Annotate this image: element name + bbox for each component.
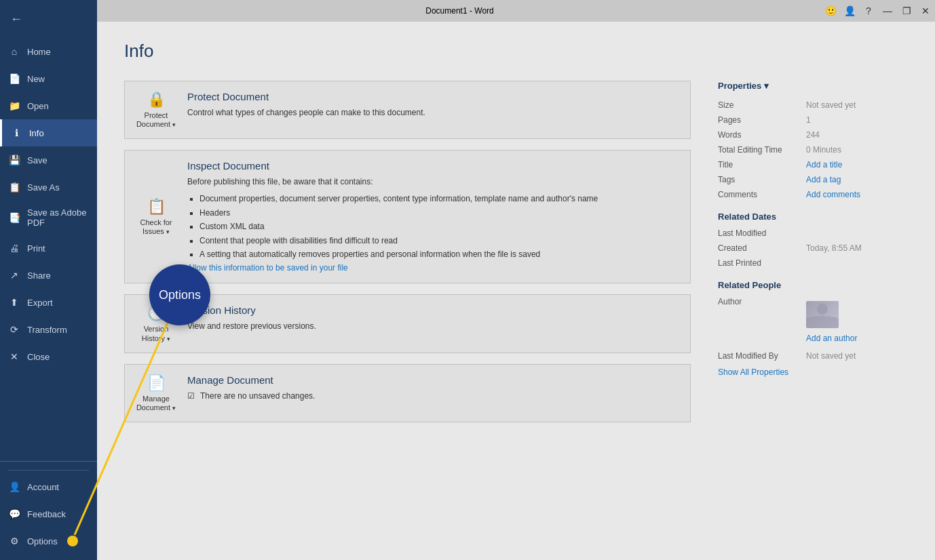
sidebar-item-save-adobe[interactable]: 📑 Save as Adobe PDF [0, 201, 97, 235]
prop-comments: Comments Add comments [718, 190, 908, 199]
sidebar-bottom: 👤 Account 💬 Feedback ⚙ Options [0, 461, 97, 560]
allow-info-link[interactable]: Allow this information to be saved in yo… [187, 263, 348, 273]
inspect-document-content: Inspect Document Before publishing this … [187, 160, 679, 273]
sidebar-item-label: Save as Adobe PDF [27, 207, 89, 228]
transform-icon: ⟳ [8, 324, 20, 335]
smiley-icon[interactable]: 🙂 [821, 1, 840, 20]
manage-title: Manage Document [187, 374, 679, 386]
main-content: Info 🔒 ProtectDocument ▾ Protect Documen… [97, 22, 935, 560]
prop-label: Total Editing Time [718, 145, 806, 155]
sidebar-item-close[interactable]: ✕ Close [0, 343, 97, 370]
options-icon: ⚙ [8, 536, 20, 546]
prop-value-title[interactable]: Add a title [806, 160, 842, 169]
avatar [806, 301, 839, 328]
prop-value: Not saved yet [806, 351, 856, 361]
back-button[interactable]: ← [3, 5, 30, 33]
prop-label: Comments [718, 190, 806, 199]
save-icon: 💾 [8, 155, 20, 165]
list-item: A setting that automatically removes pro… [199, 247, 679, 261]
lock-icon: 🔒 [147, 91, 166, 108]
prop-label: Created [718, 243, 806, 253]
sidebar-item-label: Options [27, 536, 58, 546]
sidebar-item-label: New [27, 74, 45, 84]
prop-author: Author Add an author [718, 297, 908, 343]
sidebar-item-label: Info [29, 128, 44, 138]
sidebar-item-info[interactable]: ℹ Info [0, 119, 97, 146]
sidebar-item-options[interactable]: ⚙ Options [0, 527, 97, 555]
prop-label: Author [718, 297, 806, 343]
window-controls: 🙂 👤 ? — ❐ ✕ [821, 1, 935, 20]
prop-value-comments[interactable]: Add comments [806, 190, 860, 199]
list-item: Document properties, document server pro… [199, 192, 679, 205]
sidebar-item-open[interactable]: 📁 Open [0, 92, 97, 119]
prop-last-printed: Last Printed [718, 258, 908, 268]
sidebar-item-print[interactable]: 🖨 Print [0, 235, 97, 262]
sidebar-item-share[interactable]: ↗ Share [0, 262, 97, 289]
prop-label: Last Modified By [718, 351, 806, 361]
sidebar: ← ⌂ Home 📄 New 📁 Open ℹ Info 💾 Save 📋 Sa… [0, 0, 97, 560]
account-icon[interactable]: 👤 [840, 1, 859, 20]
show-all-properties-link[interactable]: Show All Properties [718, 367, 908, 377]
inspect-list: Document properties, document server pro… [187, 192, 679, 261]
list-item: Custom XML data [199, 220, 679, 233]
title-bar: Document1 - Word 🙂 👤 ? — ❐ ✕ [0, 0, 935, 22]
manage-document-content: Manage Document ☑ There are no unsaved c… [187, 374, 679, 412]
sidebar-item-label: Open [27, 101, 49, 111]
add-author-link[interactable]: Add an author [806, 334, 857, 343]
sidebar-item-save-as[interactable]: 📋 Save As [0, 174, 97, 201]
adobe-icon: 📑 [8, 212, 20, 223]
properties-arrow: ▾ [764, 81, 769, 91]
sidebar-item-label: Share [27, 271, 51, 281]
prop-size: Size Not saved yet [718, 100, 908, 110]
options-bubble-label: Options [159, 288, 201, 302]
help-icon[interactable]: ? [859, 1, 878, 20]
list-item: Content that people with disabilities fi… [199, 234, 679, 247]
prop-last-modified: Last Modified [718, 228, 908, 238]
export-icon: ⬆ [8, 297, 20, 308]
close-button[interactable]: ✕ [916, 1, 935, 20]
prop-pages: Pages 1 [718, 115, 908, 125]
sidebar-item-label: Home [27, 47, 51, 57]
protect-desc: Control what types of changes people can… [187, 106, 679, 119]
maximize-button[interactable]: ❐ [897, 1, 916, 20]
options-bubble[interactable]: Options [149, 264, 210, 325]
sidebar-item-transform[interactable]: ⟳ Transform [0, 316, 97, 343]
prop-words: Words 244 [718, 130, 908, 140]
prop-value-tags[interactable]: Add a tag [806, 175, 841, 184]
inspect-pretext: Before publishing this file, be aware th… [187, 176, 679, 188]
check-issues-button[interactable]: 📋 Check forIssues ▾ [136, 160, 176, 273]
account-sidebar-icon: 👤 [8, 481, 20, 492]
sidebar-item-label: Account [27, 482, 59, 492]
sidebar-item-account[interactable]: 👤 Account [0, 473, 97, 500]
minimize-button[interactable]: — [878, 1, 897, 20]
manage-desc-text: There are no unsaved changes. [200, 390, 315, 402]
prop-label: Last Printed [718, 258, 806, 268]
sidebar-item-label: Export [27, 298, 53, 308]
protect-document-button[interactable]: 🔒 ProtectDocument ▾ [136, 91, 176, 129]
close-doc-icon: ✕ [8, 351, 20, 362]
new-icon: 📄 [8, 73, 20, 84]
inspect-label: Check forIssues ▾ [140, 218, 172, 236]
sidebar-item-export[interactable]: ⬆ Export [0, 289, 97, 316]
sidebar-item-label: Save [27, 155, 47, 165]
options-dot [67, 536, 78, 546]
prop-value: 244 [806, 130, 820, 140]
prop-last-modified-by: Last Modified By Not saved yet [718, 351, 908, 361]
sidebar-item-home[interactable]: ⌂ Home [0, 38, 97, 65]
sidebar-item-new[interactable]: 📄 New [0, 65, 97, 92]
content-columns: 🔒 ProtectDocument ▾ Protect Document Con… [124, 81, 908, 433]
page-title: Info [124, 41, 908, 62]
manage-icon: 📄 [147, 374, 166, 392]
manage-document-button[interactable]: 📄 ManageDocument ▾ [136, 374, 176, 412]
feedback-icon: 💬 [8, 508, 20, 519]
home-icon: ⌂ [8, 46, 20, 57]
prop-value: 0 Minutes [806, 145, 841, 155]
print-icon: 🖨 [8, 243, 20, 254]
sidebar-item-feedback[interactable]: 💬 Feedback [0, 500, 97, 527]
sidebar-item-save[interactable]: 💾 Save [0, 146, 97, 174]
prop-value: Not saved yet [806, 100, 856, 110]
right-column: Properties ▾ Size Not saved yet Pages 1 … [718, 81, 908, 433]
list-item: Headers [199, 206, 679, 220]
author-info: Add an author [806, 297, 857, 343]
info-icon: ℹ [10, 127, 22, 138]
